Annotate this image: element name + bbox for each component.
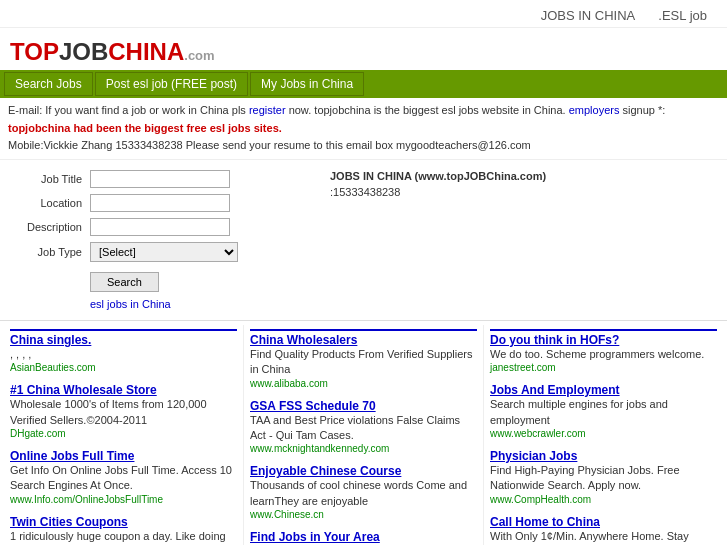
site-name: JOBS IN CHINA (www.topJOBChina.com) <box>330 170 717 182</box>
register-link[interactable]: register <box>249 104 286 116</box>
ad-item-3-2: Jobs And Employment Search multiple engi… <box>490 383 717 439</box>
info-text3: *: <box>655 104 665 116</box>
job-title-row: Job Title <box>10 170 318 188</box>
employers-link[interactable]: employers <box>569 104 620 116</box>
ad-url-3-2: www.webcrawler.com <box>490 428 717 439</box>
search-button[interactable]: Search <box>90 272 159 292</box>
info-bar: E-mail: If you want find a job or work i… <box>0 98 727 160</box>
info-text2: now. topjobchina is the biggest esl jobs… <box>286 104 569 116</box>
ad-url-3-3: www.CompHealth.com <box>490 494 717 505</box>
esl-link: esl jobs in China <box>90 298 318 310</box>
ad-item-1-3: Online Jobs Full Time Get Info On Online… <box>10 449 237 505</box>
ad-item-3-4: Call Home to China With Only 1¢/Min. Any… <box>490 515 717 545</box>
nav-my-jobs[interactable]: My Jobs in China <box>250 72 364 96</box>
signup-link: signup <box>619 104 654 116</box>
ad-url-3-1: janestreet.com <box>490 362 717 373</box>
ad-desc-2-2: TAA and Best Price violations False Clai… <box>250 413 477 444</box>
job-type-row: Job Type [Select] <box>10 242 318 262</box>
ad-title-2-3[interactable]: Enjoyable Chinese Course <box>250 464 477 478</box>
info-text1: E-mail: If you want find a job or work i… <box>8 104 249 116</box>
description-input[interactable] <box>90 218 230 236</box>
description-row: Description <box>10 218 318 236</box>
ad-desc-1-4: 1 ridiculously huge coupon a day. Like d… <box>10 529 237 545</box>
ad-title-3-3[interactable]: Physician Jobs <box>490 449 717 463</box>
ad-item-2-2: GSA FSS Schedule 70 TAA and Best Price v… <box>250 399 477 455</box>
job-title-label: Job Title <box>10 173 90 185</box>
ad-col-2: China Wholesalers Find Quality Products … <box>244 325 484 545</box>
ad-item-2-4: Find Jobs in Your Area Jobs listings fro… <box>250 530 477 545</box>
description-label: Description <box>10 221 90 233</box>
ads-section: China singles. , , , , AsianBeauties.com… <box>0 320 727 545</box>
nav-search-jobs[interactable]: Search Jobs <box>4 72 93 96</box>
ad-desc-2-1: Find Quality Products From Verified Supp… <box>250 347 477 378</box>
job-type-label: Job Type <box>10 246 90 258</box>
logo-dotcom: .com <box>184 48 214 63</box>
ad-item-2-3: Enjoyable Chinese Course Thousands of co… <box>250 464 477 520</box>
page-header: JOBS IN CHINA .ESL job <box>0 0 727 28</box>
ad-title-1-3[interactable]: Online Jobs Full Time <box>10 449 237 463</box>
ad-desc-3-3: Find High-Paying Physician Jobs. Free Na… <box>490 463 717 494</box>
ad-url-1-3: www.Info.com/OnlineJobsFullTime <box>10 494 237 505</box>
nav-bar: Search Jobs Post esl job (FREE post) My … <box>0 70 727 98</box>
ad-item-3-3: Physician Jobs Find High-Paying Physicia… <box>490 449 717 505</box>
ad-title-1-2[interactable]: #1 China Wholesale Store <box>10 383 237 397</box>
job-type-select[interactable]: [Select] <box>90 242 238 262</box>
ad-title-1-4[interactable]: Twin Cities Coupons <box>10 515 237 529</box>
job-title-input[interactable] <box>90 170 230 188</box>
esl-job-link[interactable]: .ESL job <box>658 8 707 23</box>
main-content: Job Title Location Description Job Type … <box>0 160 727 320</box>
col3-separator <box>490 329 717 331</box>
ad-url-2-1: www.alibaba.com <box>250 378 477 389</box>
ad-title-3-1[interactable]: Do you think in HOFs? <box>490 333 717 347</box>
ad-col-1: China singles. , , , , AsianBeauties.com… <box>4 325 244 545</box>
ad-title-3-4[interactable]: Call Home to China <box>490 515 717 529</box>
ad-item-1-4: Twin Cities Coupons 1 ridiculously huge … <box>10 515 237 545</box>
ad-title-2-2[interactable]: GSA FSS Schedule 70 <box>250 399 477 413</box>
ad-desc-3-4: With Only 1¢/Min. Anywhere Home. Stay Cl… <box>490 529 717 545</box>
ad-desc-1-3: Get Info On Online Jobs Full Time. Acces… <box>10 463 237 494</box>
location-label: Location <box>10 197 90 209</box>
nav-post-esl[interactable]: Post esl job (FREE post) <box>95 72 248 96</box>
jobs-china-link[interactable]: JOBS IN CHINA <box>541 8 636 23</box>
col2-separator <box>250 329 477 331</box>
ad-desc-1-1: , , , , <box>10 347 237 362</box>
search-form-panel: Job Title Location Description Job Type … <box>4 164 324 316</box>
ad-desc-1-2: Wholesale 1000's of Items from 120,000 V… <box>10 397 237 428</box>
ad-title-2-1[interactable]: China Wholesalers <box>250 333 477 347</box>
ad-title-1-1[interactable]: China singles. <box>10 333 237 347</box>
logo-bar: TOPJOBCHINA.com <box>0 28 727 66</box>
ad-url-1-2: DHgate.com <box>10 428 237 439</box>
esl-jobs-link[interactable]: esl jobs in China <box>90 298 171 310</box>
ad-item-3-1: Do you think in HOFs? We do too. Scheme … <box>490 333 717 373</box>
ad-desc-3-1: We do too. Scheme programmers welcome. <box>490 347 717 362</box>
mobile-info: Mobile:Vickkie Zhang 15333438238 Please … <box>8 139 531 151</box>
right-info-panel: JOBS IN CHINA (www.topJOBChina.com) :153… <box>324 164 723 316</box>
logo-china: CHINA <box>108 38 184 65</box>
ad-item-1-1: China singles. , , , , AsianBeauties.com <box>10 333 237 373</box>
ad-title-3-2[interactable]: Jobs And Employment <box>490 383 717 397</box>
logo-top: TOP <box>10 38 59 65</box>
ad-url-2-2: www.mcknightandkennedy.com <box>250 443 477 454</box>
ad-col-3: Do you think in HOFs? We do too. Scheme … <box>484 325 723 545</box>
red-text: topjobchina had been the biggest free es… <box>8 122 282 134</box>
phone-number: :15333438238 <box>330 186 717 198</box>
ad-url-1-1: AsianBeauties.com <box>10 362 237 373</box>
ad-url-2-3: www.Chinese.cn <box>250 509 477 520</box>
logo-job: JOB <box>59 38 108 65</box>
location-input[interactable] <box>90 194 230 212</box>
logo: TOPJOBCHINA.com <box>10 38 215 66</box>
ad-desc-2-3: Thousands of cool chinese words Come and… <box>250 478 477 509</box>
ad-item-1-2: #1 China Wholesale Store Wholesale 1000'… <box>10 383 237 439</box>
ad-item-2-1: China Wholesalers Find Quality Products … <box>250 333 477 389</box>
col1-separator <box>10 329 237 331</box>
location-row: Location <box>10 194 318 212</box>
ad-desc-3-2: Search multiple engines for jobs and emp… <box>490 397 717 428</box>
ad-title-2-4[interactable]: Find Jobs in Your Area <box>250 530 477 544</box>
